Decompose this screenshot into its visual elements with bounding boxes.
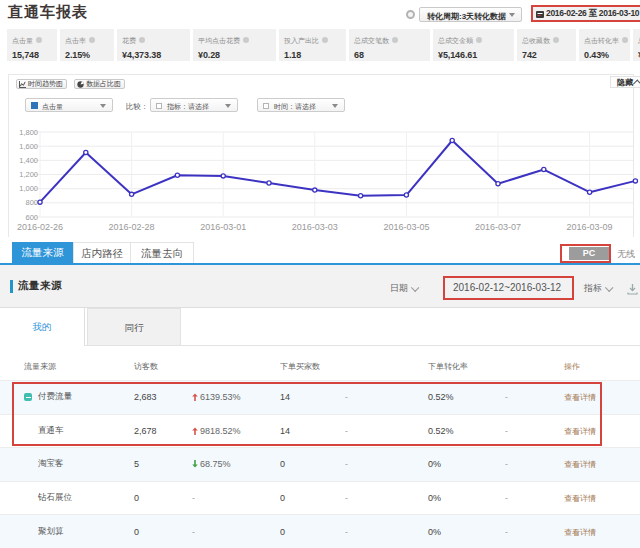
info-icon[interactable]	[139, 37, 145, 43]
svg-text:1,200: 1,200	[19, 170, 38, 179]
buyers-compare: -	[345, 459, 348, 469]
tab-peers[interactable]: 同行	[87, 308, 181, 346]
info-icon[interactable]	[476, 37, 482, 43]
device-wireless-button[interactable]: 无线	[617, 248, 635, 261]
compare-label: 比较：	[126, 102, 149, 112]
svg-text:600: 600	[25, 213, 38, 222]
metric-label: 总成交笔数	[354, 36, 430, 46]
svg-text:2016-03-01: 2016-03-01	[200, 222, 246, 232]
change-value: 9818.52%	[192, 426, 241, 436]
trend-chart-panel: 时间趋势图 数据占比图 隐藏 点击量 比较： 指标：请选择 时间：请选择	[8, 74, 634, 237]
svg-text:1,600: 1,600	[19, 142, 38, 151]
metric-label: 平均点击花费	[198, 36, 276, 46]
metric-filter[interactable]: 指标	[584, 282, 611, 295]
download-icon[interactable]	[627, 281, 638, 292]
tab-data-proportion[interactable]: 数据占比图	[74, 79, 125, 89]
chevron-down-icon	[100, 104, 106, 108]
metric-label: 总成交金额	[438, 36, 514, 46]
collapse-icon[interactable]	[24, 393, 32, 401]
svg-text:2016-03-09: 2016-03-09	[567, 222, 613, 232]
metric-card: 总成交金额¥5,146.61	[433, 29, 514, 61]
svg-text:2016-03-05: 2016-03-05	[383, 222, 429, 232]
date-filter[interactable]: 日期	[390, 282, 417, 295]
section-title: 流量来源	[18, 279, 62, 293]
device-pc-button[interactable]: PC	[569, 247, 609, 260]
source-name: 淘宝客	[38, 458, 64, 470]
conversion-value: 0%	[428, 527, 441, 537]
conversion-compare: -	[505, 392, 508, 402]
source-tab-bar: PC 无线 流量来源店内路径流量去向	[0, 242, 640, 265]
chevron-down-icon	[332, 104, 338, 108]
pie-chart-icon	[77, 81, 84, 90]
source-tab-0[interactable]: 流量来源	[12, 242, 73, 263]
info-icon[interactable]	[322, 37, 328, 43]
trend-up-icon	[192, 427, 198, 435]
info-icon[interactable]	[392, 37, 398, 43]
visitors-value: 5	[134, 459, 139, 469]
svg-text:1,800: 1,800	[19, 128, 38, 137]
tab-time-trend[interactable]: 时间趋势图	[16, 79, 67, 89]
conversion-value: 0.52%	[428, 392, 454, 402]
table-row: 淘宝客568.75%0-0%-查看详情	[0, 447, 640, 481]
metric-label: 花费	[122, 36, 190, 46]
metric-card: 花费¥4,373.38	[117, 29, 190, 61]
metric-label: 投入产出比	[284, 36, 346, 46]
view-details-link[interactable]: 查看详情	[564, 526, 596, 537]
source-tab-1[interactable]: 店内路径	[73, 242, 131, 263]
metric-value: ¥4,373.38	[122, 50, 190, 60]
info-icon[interactable]	[89, 37, 95, 43]
metric-card: 总成交笔数68	[349, 29, 430, 61]
report-date-range[interactable]: 2016-02-26 至 2016-03-10	[533, 7, 640, 20]
buyers-value: 0	[280, 493, 285, 503]
svg-text:1,000: 1,000	[19, 184, 38, 193]
source-tab-2[interactable]: 流量去向	[130, 242, 194, 263]
compare-metric-select[interactable]: 指标：请选择	[150, 98, 238, 112]
change-value: 68.75%	[192, 459, 231, 469]
chevron-up-icon	[633, 80, 640, 88]
conversion-value: 0.52%	[428, 426, 454, 436]
source-name: 直通车	[38, 425, 64, 437]
view-details-link[interactable]: 查看详情	[564, 493, 596, 504]
source-name: 聚划算	[38, 526, 64, 538]
svg-text:2016-02-26: 2016-02-26	[17, 222, 63, 232]
info-icon[interactable]	[36, 37, 42, 43]
series-select[interactable]: 点击量	[25, 98, 113, 112]
metric-label: 点击量	[12, 36, 57, 46]
view-details-link[interactable]: 查看详情	[564, 392, 596, 403]
view-details-link[interactable]: 查看详情	[564, 459, 596, 470]
chevron-down-icon	[605, 283, 613, 291]
table-row: 钻石展位0-0-0%-查看详情	[0, 481, 640, 515]
owner-tab-bar: 我的 同行	[0, 308, 640, 346]
date-range-value[interactable]: 2016-02-12~2016-03-12	[453, 282, 561, 293]
table-row: 聚划算0-0-0%-查看详情	[0, 514, 640, 548]
visitors-value: 0	[134, 493, 139, 503]
trend-down-icon	[192, 460, 198, 468]
buyers-value: 0	[280, 459, 285, 469]
buyers-compare: -	[345, 493, 348, 503]
traffic-report-page: 直通车报表 转化周期:3天转化数据 2016-02-26 至 2016-03-1…	[0, 0, 640, 548]
table-row: 付费流量2,6836139.53%14-0.52%-查看详情	[0, 380, 640, 414]
help-circle-icon[interactable]	[406, 10, 415, 19]
view-details-link[interactable]: 查看详情	[564, 425, 596, 436]
hide-chart-button[interactable]: 隐藏	[610, 76, 640, 88]
compare-time-select[interactable]: 时间：请选择	[257, 98, 345, 112]
svg-text:1,400: 1,400	[19, 156, 38, 165]
conversion-compare: -	[505, 426, 508, 436]
conversion-compare: -	[505, 493, 508, 503]
tab-mine[interactable]: 我的	[0, 308, 85, 346]
source-name: 付费流量	[38, 391, 72, 403]
visitors-value: 2,683	[134, 392, 157, 402]
info-icon[interactable]	[243, 37, 249, 43]
buyers-value: 14	[280, 392, 290, 402]
metric-card: 平均点击花费¥0.28	[193, 29, 276, 61]
source-name: 钻石展位	[38, 492, 72, 504]
conversion-period-select[interactable]: 转化周期:3天转化数据	[419, 7, 522, 22]
metric-card: 点击量15,748	[7, 29, 57, 61]
metric-value: 742	[522, 50, 576, 60]
metric-value: 0.43%	[584, 50, 630, 60]
info-icon[interactable]	[622, 37, 628, 43]
metric-card: 投入产出比1.18	[279, 29, 346, 61]
section-header: 流量来源 日期 2016-02-12~2016-03-12 指标	[0, 265, 640, 308]
info-icon[interactable]	[553, 37, 559, 43]
metric-card: 总收藏数742	[517, 29, 576, 61]
